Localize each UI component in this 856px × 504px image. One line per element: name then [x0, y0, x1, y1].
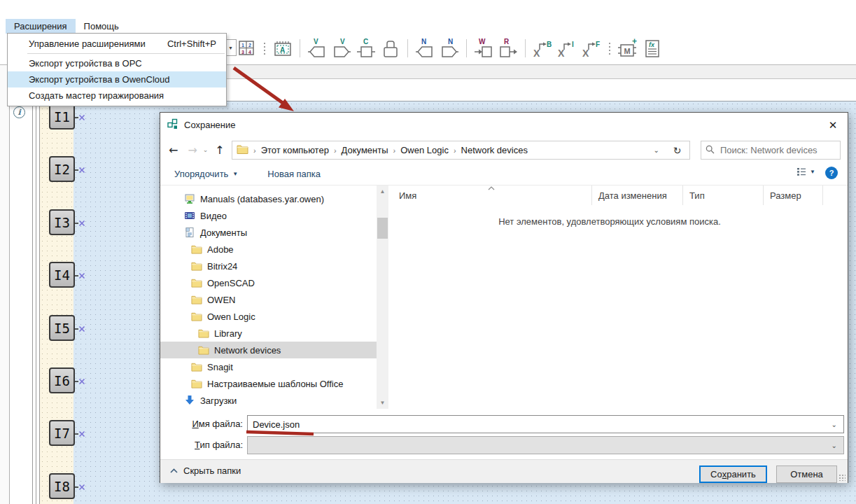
column-header[interactable]: Размер — [764, 186, 823, 205]
menu-item-label: Экспорт устройства в OPC — [29, 58, 142, 69]
fbd-input-block[interactable]: I2 — [49, 156, 75, 182]
combobox-dropdown-partial[interactable]: ▼ — [225, 39, 237, 56]
new-folder-button[interactable]: Новая папка — [267, 169, 321, 179]
tree-item[interactable]: Видео — [160, 207, 377, 224]
info-icon[interactable]: i — [13, 106, 25, 118]
menu-item[interactable]: Экспорт устройства в OPC — [8, 55, 226, 71]
search-box[interactable] — [701, 141, 841, 160]
macro-loop-icon[interactable] — [381, 36, 400, 60]
tree-item-label: Manuals (databases.yar.owen) — [200, 194, 324, 204]
breadcrumb: ›Этот компьютер›Документы›Owen Logic›Net… — [248, 145, 528, 155]
tree-item[interactable]: OWEN — [160, 291, 377, 308]
save-dialog: Сохранение ✕ ← → ⌄ ↑ ›Этот компьютер›Док… — [160, 112, 848, 483]
block-output-pin[interactable] — [75, 218, 87, 225]
fbd-input-block[interactable]: I8 — [49, 473, 75, 499]
empty-folder-message: Нет элементов, удовлетворяющих условиям … — [393, 216, 827, 227]
breadcrumb-item[interactable]: Owen Logic — [400, 145, 449, 155]
tree-item[interactable]: Adobe — [160, 241, 377, 258]
chevron-down-icon: ⌄ — [832, 421, 837, 428]
function-editor-icon[interactable]: fx — [643, 36, 662, 60]
scroll-up-icon[interactable]: ▲ — [377, 186, 388, 197]
input-variable-icon[interactable]: V — [307, 36, 327, 60]
resize-grip[interactable] — [839, 474, 846, 481]
up-icon[interactable]: ↑ — [215, 144, 224, 157]
chevron-down-icon: ▼ — [810, 169, 815, 175]
block-output-pin[interactable] — [75, 377, 87, 384]
file-name-input[interactable] — [248, 419, 832, 430]
write-register-icon[interactable]: W — [474, 36, 493, 60]
convert-to-int-icon[interactable]: XI — [557, 36, 577, 60]
panel-layout-icon[interactable]: 1234 — [237, 36, 256, 60]
input-network-variable-icon[interactable]: N — [415, 36, 435, 60]
view-options-button[interactable]: ▼ — [797, 167, 815, 176]
panel-splitter[interactable] — [32, 102, 40, 504]
save-button[interactable]: Сохранить — [699, 465, 767, 483]
convert-to-float-icon[interactable]: XF — [582, 36, 601, 60]
tree-item[interactable]: Network devices — [160, 342, 377, 358]
menu-tab[interactable]: Расширения — [6, 19, 76, 34]
close-icon[interactable]: ✕ — [825, 118, 841, 132]
tree-item[interactable]: Manuals (databases.yar.owen) — [160, 190, 377, 207]
back-icon[interactable]: ← — [169, 144, 178, 157]
left-panel-area — [10, 102, 32, 504]
convert-to-bool-icon[interactable]: XB — [533, 36, 552, 60]
tree-item[interactable]: Owen Logic — [160, 308, 377, 325]
toolbar-separator — [525, 39, 526, 57]
file-list-header: ИмяДата измененияТипРазмер — [393, 186, 849, 205]
chevron-up-icon — [170, 468, 178, 473]
tree-item[interactable]: Bitrix24 — [160, 258, 377, 274]
tree-item[interactable]: Snagit — [160, 358, 377, 375]
svg-text:V: V — [340, 38, 345, 46]
tree-item[interactable]: Документы — [160, 224, 377, 241]
fbd-input-block[interactable]: I1 — [49, 104, 75, 130]
block-output-pin[interactable] — [75, 429, 87, 436]
column-header[interactable]: Дата изменения — [592, 186, 683, 205]
help-button[interactable]: ? — [825, 167, 838, 179]
read-register-icon[interactable]: R — [498, 36, 518, 60]
output-variable-icon[interactable]: V — [332, 36, 351, 60]
block-output-pin[interactable] — [75, 113, 87, 120]
tree-scrollbar[interactable]: ▲ ▼ — [377, 186, 388, 409]
tree-item[interactable]: Настраиваемые шаблоны Office — [160, 375, 377, 392]
documents-icon — [184, 227, 195, 238]
tree-item[interactable]: OpenSCAD — [160, 274, 377, 291]
organize-button[interactable]: Упорядочить ▼ — [174, 169, 238, 179]
block-output-pin[interactable] — [75, 324, 87, 331]
output-network-variable-icon[interactable]: N — [440, 36, 459, 60]
scroll-down-icon[interactable]: ▼ — [377, 397, 388, 409]
hide-folders-button[interactable]: Скрыть папки — [170, 465, 241, 476]
tree-item[interactable]: Загрузки — [160, 392, 377, 409]
fbd-input-block[interactable]: I3 — [49, 209, 75, 235]
address-chevron-icon[interactable]: ⌄ — [654, 146, 659, 154]
file-type-combobox[interactable]: ⌄ — [247, 436, 844, 454]
breadcrumb-item[interactable]: Документы — [342, 145, 388, 155]
history-chevron-icon[interactable]: ⌄ — [203, 146, 209, 153]
add-macro-icon[interactable]: M+ — [618, 36, 638, 60]
fbd-input-block[interactable]: I5 — [49, 315, 75, 341]
menu-tab[interactable]: Помощь — [76, 19, 127, 34]
breadcrumb-item[interactable]: Network devices — [461, 145, 528, 155]
address-bar[interactable]: ›Этот компьютер›Документы›Owen Logic›Net… — [232, 141, 666, 160]
menu-item[interactable]: Экспорт устройства в OwenCloud — [8, 71, 226, 88]
dialog-titlebar[interactable]: Сохранение ✕ — [160, 113, 848, 136]
fbd-input-block[interactable]: I7 — [49, 420, 75, 446]
block-output-pin[interactable] — [75, 482, 87, 489]
menu-item[interactable]: Управление расширениямиCtrl+Shift+P — [8, 36, 226, 52]
refresh-icon[interactable]: ↻ — [665, 141, 690, 160]
block-output-pin[interactable] — [75, 271, 87, 278]
search-input[interactable] — [719, 144, 836, 156]
fbd-input-block[interactable]: I6 — [49, 368, 75, 393]
breadcrumb-item[interactable]: Этот компьютер — [261, 145, 329, 155]
folder-icon — [191, 278, 202, 288]
cancel-button[interactable]: Отмена — [776, 465, 837, 483]
menu-item[interactable]: Создать мастер тиражирования — [8, 88, 226, 104]
fbd-input-block[interactable]: I4 — [49, 262, 75, 288]
text-label-icon[interactable]: A — [273, 36, 293, 60]
block-output-pin[interactable] — [75, 165, 87, 172]
column-header[interactable]: Тип — [683, 186, 764, 205]
file-name-combobox[interactable]: ⌄ — [247, 415, 844, 433]
tree-item[interactable]: Library — [160, 325, 377, 342]
scrollbar-thumb[interactable] — [377, 218, 388, 239]
forward-icon[interactable]: → — [188, 144, 197, 157]
constant-block-icon[interactable]: C — [356, 36, 376, 60]
